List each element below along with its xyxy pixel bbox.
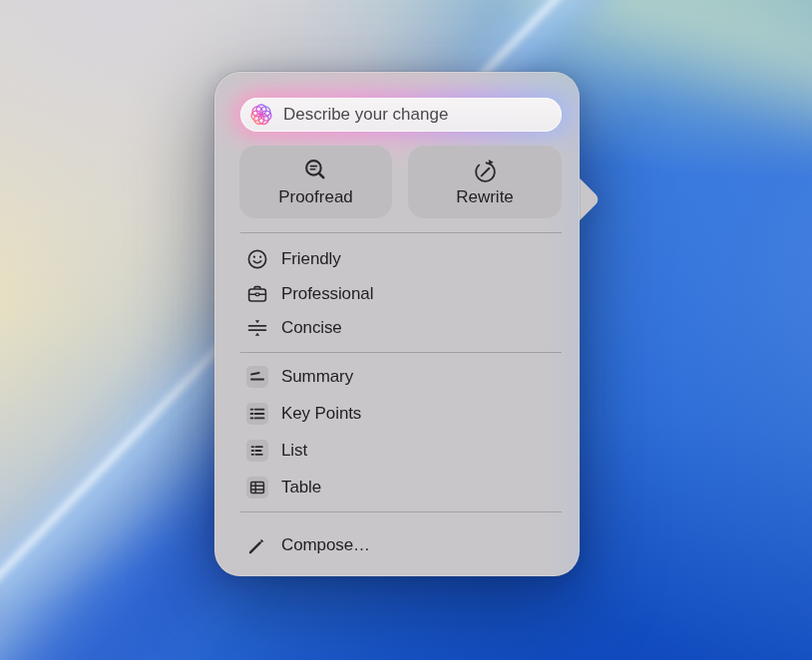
menu-item-label: Professional [281, 284, 373, 304]
divider [240, 511, 562, 512]
menu-item-compose[interactable]: Compose… [240, 528, 562, 562]
bulleted-list-icon [246, 403, 268, 425]
menu-item-concise[interactable]: Concise [240, 311, 562, 345]
menu-item-label: List [281, 441, 307, 461]
divider [240, 232, 562, 233]
summary-lines-icon [246, 366, 268, 388]
table-grid-icon [246, 477, 268, 498]
small-list-icon [246, 440, 268, 462]
describe-change-input[interactable] [281, 99, 562, 131]
apple-intelligence-icon [249, 103, 273, 127]
proofread-label: Proofread [278, 187, 353, 207]
menu-item-label: Table [281, 478, 321, 497]
menu-item-label: Key Points [281, 404, 361, 424]
menu-item-label: Concise [281, 318, 342, 338]
divider [240, 352, 562, 353]
briefcase-icon [240, 281, 274, 307]
menu-item-list[interactable]: List [240, 434, 562, 468]
menu-item-key-points[interactable]: Key Points [240, 397, 562, 431]
menu-item-label: Compose… [281, 535, 370, 555]
compress-lines-icon [240, 315, 274, 341]
popover-surface: Proofread Rewrite Friendly [214, 72, 580, 576]
smiley-icon [240, 246, 274, 272]
menu-item-label: Friendly [281, 249, 341, 269]
menu-item-summary[interactable]: Summary [240, 360, 562, 394]
proofread-magnifier-icon [302, 158, 329, 184]
pencil-icon [240, 532, 274, 558]
menu-item-professional[interactable]: Professional [240, 277, 562, 311]
menu-item-label: Summary [281, 367, 353, 387]
rewrite-button[interactable]: Rewrite [408, 146, 562, 218]
proofread-button[interactable]: Proofread [239, 146, 392, 218]
menu-item-friendly[interactable]: Friendly [240, 242, 562, 276]
writing-tools-popover: Proofread Rewrite Friendly [214, 72, 580, 576]
rewrite-circle-pencil-icon [472, 158, 499, 184]
rewrite-label: Rewrite [456, 187, 514, 207]
describe-change-field[interactable] [240, 98, 562, 132]
menu-item-table[interactable]: Table [240, 471, 562, 504]
